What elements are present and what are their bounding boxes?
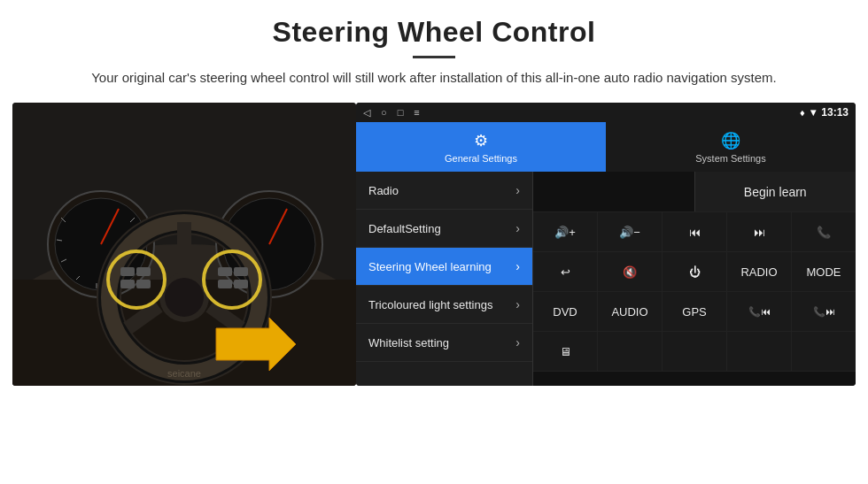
content-area: seicane ◁ ○ □ ≡ ⬧ ▾ 13:13 [0,94,868,395]
vol-down-icon: 🔊− [619,226,640,239]
main-content: Radio › DefaultSetting › Steering Wheel … [356,172,856,386]
svg-rect-34 [218,280,232,288]
system-icon: 🌐 [721,131,740,150]
empty-btn-1 [598,332,663,371]
mode-label: MODE [807,265,841,279]
chevron-icon: › [515,335,520,350]
power-icon: ⏻ [689,265,701,279]
empty-btn-4 [792,332,856,371]
svg-rect-33 [234,267,248,276]
page-wrapper: Steering Wheel Control Your original car… [0,0,868,395]
dvd-label: DVD [553,305,577,319]
call-button[interactable]: 📞 [792,212,856,251]
power-button[interactable]: ⏻ [663,252,727,291]
radio-row: Begin learn [533,172,856,212]
tab-general-label: General Settings [445,153,517,164]
tab-general[interactable]: ⚙ General Settings [356,122,606,172]
chevron-icon: › [515,183,520,197]
chevron-icon: › [515,221,520,235]
svg-rect-30 [120,280,135,288]
menu-item-defaultsetting[interactable]: DefaultSetting › [356,210,532,248]
tab-bar: ⚙ General Settings 🌐 System Settings [356,122,856,172]
menu-whitelist-label: Whitelist setting [368,336,449,350]
prev-track-button[interactable]: ⏮ [663,212,727,251]
vol-up-icon: 🔊+ [554,226,576,239]
menu-icon: ≡ [414,107,419,119]
begin-learn-button[interactable]: Begin learn [694,172,856,211]
mute-icon: 🔇 [623,265,637,279]
menu-default-label: DefaultSetting [368,222,441,235]
page-subtitle: Your original car's steering wheel contr… [89,67,779,88]
radio-label: RADIO [740,265,777,279]
tel-prev-button[interactable]: 📞⏮ [727,292,792,331]
menu-steering-label: Steering Wheel learning [368,260,492,273]
clock: 13:13 [821,106,849,119]
gps-label: GPS [682,305,706,319]
menu-item-whitelist[interactable]: Whitelist setting › [356,324,532,362]
page-title: Steering Wheel Control [18,16,850,49]
next-icon: ⏭ [754,226,765,239]
back-arrow-icon: ↩ [561,265,570,279]
svg-rect-28 [120,267,135,276]
prev-icon: ⏮ [689,226,701,239]
android-screen: ◁ ○ □ ≡ ⬧ ▾ 13:13 ⚙ General Settings [356,103,856,386]
svg-text:seicane: seicane [167,368,201,379]
svg-rect-35 [234,280,248,288]
menu-item-tricoloured[interactable]: Tricoloured light settings › [356,286,532,324]
mute-button[interactable]: 🔇 [598,252,663,291]
wifi-icon: ▾ [810,106,816,119]
back-button[interactable]: ↩ [533,252,598,291]
next-track-button[interactable]: ⏭ [727,212,792,251]
home-icon: ○ [381,107,387,119]
tab-system[interactable]: 🌐 System Settings [606,122,856,172]
empty-btn-2 [663,332,727,371]
menu-item-radio[interactable]: Radio › [356,172,532,210]
back-icon: ◁ [363,107,370,119]
display-button[interactable]: 🖥 [533,332,598,371]
car-image: seicane [12,103,356,386]
svg-rect-29 [136,267,151,276]
chevron-icon: › [515,297,520,311]
status-bar: ◁ ○ □ ≡ ⬧ ▾ 13:13 [356,103,856,122]
menu-panel: Radio › DefaultSetting › Steering Wheel … [356,172,533,386]
menu-item-steering[interactable]: Steering Wheel learning › [356,248,532,286]
page-header: Steering Wheel Control Your original car… [0,0,868,94]
status-bar-right: ⬧ ▾ 13:13 [799,106,849,119]
audio-label: AUDIO [611,305,647,319]
mode-button[interactable]: MODE [792,252,856,291]
menu-radio-label: Radio [368,184,399,197]
radio-button[interactable]: RADIO [727,252,792,291]
vol-down-button[interactable]: 🔊− [598,212,663,251]
dvd-button[interactable]: DVD [533,292,598,331]
recents-icon: □ [398,107,404,119]
right-panel: Begin learn 🔊+ 🔊− [533,172,856,386]
display-icon: 🖥 [560,345,571,358]
ctrl-row-4: 🖥 [533,332,856,372]
audio-button[interactable]: AUDIO [598,292,663,331]
steering-wheel-svg: seicane [12,103,356,386]
chevron-icon: › [515,259,520,273]
ctrl-row-3: DVD AUDIO GPS 📞⏮ [533,292,856,332]
tel-prev-icon: 📞⏮ [748,306,771,318]
menu-tricoloured-label: Tricoloured light settings [368,298,492,311]
status-bar-left: ◁ ○ □ ≡ [363,107,420,119]
controls-grid: 🔊+ 🔊− ⏮ ⏭ 📞 [533,212,856,386]
title-divider [413,56,455,58]
ctrl-row-1: 🔊+ 🔊− ⏮ ⏭ 📞 [533,212,856,252]
empty-btn-3 [727,332,792,371]
svg-rect-31 [136,280,151,288]
settings-gear-icon: ⚙ [474,131,488,150]
svg-point-25 [165,278,204,317]
tel-next-icon: 📞⏭ [813,306,835,318]
phone-icon: 📞 [817,226,831,239]
svg-rect-32 [218,267,232,276]
gps-button[interactable]: GPS [663,292,727,331]
vol-up-button[interactable]: 🔊+ [533,212,598,251]
ctrl-row-2: ↩ 🔇 ⏻ RADIO MOD [533,252,856,292]
location-icon: ⬧ [799,106,805,119]
tel-next-button[interactable]: 📞⏭ [792,292,856,331]
tab-system-label: System Settings [695,153,765,164]
